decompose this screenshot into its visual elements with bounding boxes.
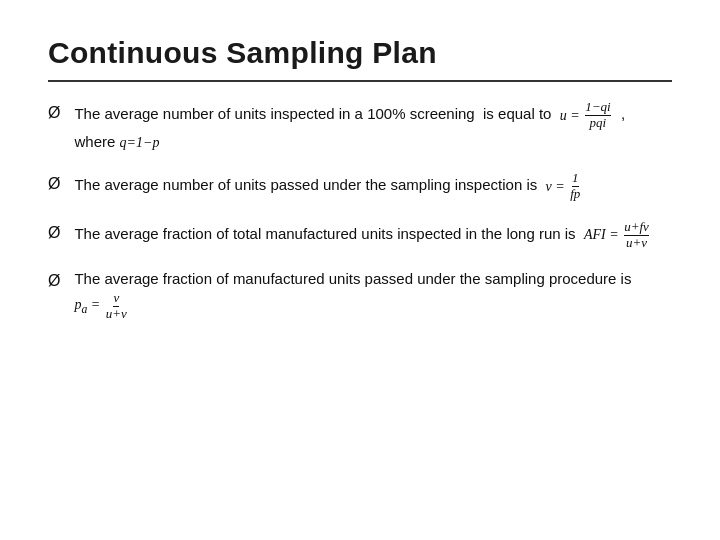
list-item: Ø The average fraction of total manufact… bbox=[48, 220, 672, 251]
bullet1-formula: u = 1−qi pqi bbox=[560, 100, 613, 131]
list-item: Ø The average number of units inspected … bbox=[48, 100, 672, 153]
bullet-list: Ø The average number of units inspected … bbox=[48, 100, 672, 321]
bullet2-text-before: The average number of units passed under… bbox=[74, 176, 541, 193]
slide: Continuous Sampling Plan Ø The average n… bbox=[0, 0, 720, 540]
bullet-content: The average number of units inspected in… bbox=[74, 100, 672, 153]
bullet4-text-before: The average fraction of manufactured uni… bbox=[74, 270, 635, 287]
slide-title: Continuous Sampling Plan bbox=[48, 36, 672, 70]
bullet-symbol: Ø bbox=[48, 269, 60, 293]
title-divider bbox=[48, 80, 672, 82]
bullet3-formula: AFI = u+fv u+v bbox=[584, 220, 651, 251]
list-item: Ø The average fraction of manufactured u… bbox=[48, 268, 672, 321]
bullet3-text-before: The average fraction of total manufactur… bbox=[74, 225, 579, 242]
bullet1-text-before: The average number of units inspected in… bbox=[74, 105, 555, 122]
bullet-content: The average fraction of total manufactur… bbox=[74, 220, 672, 251]
bullet-content: The average number of units passed under… bbox=[74, 171, 672, 202]
list-item: Ø The average number of units passed und… bbox=[48, 171, 672, 202]
bullet-content: The average fraction of manufactured uni… bbox=[74, 268, 672, 321]
bullet2-formula: v = 1 fp bbox=[546, 171, 583, 202]
bullet-symbol: Ø bbox=[48, 221, 60, 245]
bullet-symbol: Ø bbox=[48, 172, 60, 196]
bullet-symbol: Ø bbox=[48, 101, 60, 125]
bullet4-formula: pa = v u+v bbox=[74, 291, 128, 322]
